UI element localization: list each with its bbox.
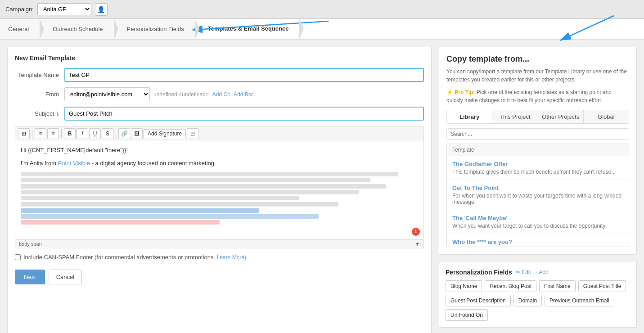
- subject-row: Subject ℹ: [15, 107, 424, 121]
- action-buttons: Next Cancel: [15, 270, 424, 284]
- edit-fields-link[interactable]: ✏ Edit: [516, 269, 531, 275]
- template-item-title-2: Get To The Point: [452, 184, 623, 191]
- step-general[interactable]: General: [0, 19, 40, 39]
- pro-tip: ⚡ Pro Tip: Pick one of the existing temp…: [446, 88, 629, 104]
- toolbar-sep-2: [61, 129, 62, 138]
- template-item[interactable]: Who the **** are you?: [447, 234, 629, 247]
- from-field-group: editor@pointvisible.com undefined <undef…: [64, 87, 424, 101]
- tab-this-project[interactable]: This Project: [492, 110, 538, 123]
- editor-line-2: I'm Anita from Point Visible - a digital…: [21, 159, 418, 168]
- left-panel: New Email Template Template Name From ed…: [7, 47, 432, 333]
- user-icon: 👤: [97, 6, 105, 13]
- template-list[interactable]: Template The Godfather Offer This templa…: [446, 144, 629, 247]
- template-item[interactable]: Get To The Point For when you don't want…: [447, 180, 629, 210]
- editor-blurred-row-1: [21, 172, 418, 182]
- editor-blurred-row-4: [21, 208, 418, 225]
- toolbar-strikethrough-btn[interactable]: S: [102, 128, 113, 139]
- copy-template-desc: You can copy/import a template from our …: [446, 68, 629, 84]
- personalization-fields-section: Personalization Fields ✏ Edit + Add Blog…: [439, 262, 637, 328]
- subject-input[interactable]: [64, 107, 424, 121]
- main-content: New Email Template Template Name From ed…: [0, 40, 644, 333]
- editor-area[interactable]: Hi {{CNT_FIRST_NAME|default:"there"}}! I…: [15, 141, 424, 240]
- campaign-select[interactable]: Anita GP: [37, 3, 91, 15]
- steps-nav: General Outreach Schedule Personalizatio…: [0, 19, 644, 40]
- toolbar-underline-btn[interactable]: U: [89, 128, 101, 139]
- field-tag-guest-post-desc[interactable]: Guest Post Description: [446, 295, 511, 306]
- subject-label: Subject ℹ: [15, 110, 64, 117]
- editor-footer-text: body span: [19, 241, 42, 247]
- step-personalization-fields[interactable]: Personalization Fields: [114, 19, 195, 39]
- step-templates-email-sequence[interactable]: Templates & Email Sequence: [195, 19, 300, 39]
- tab-library[interactable]: Library: [447, 110, 492, 123]
- template-item[interactable]: The 'Call Me Maybe' When you want your t…: [447, 210, 629, 234]
- template-item-title-4: Who the **** are you?: [452, 238, 623, 245]
- toolbar-italic-btn[interactable]: I: [77, 128, 88, 139]
- template-name-label: Template Name: [15, 72, 64, 78]
- tab-other-projects[interactable]: Other Projects: [538, 110, 584, 123]
- editor-toolbar: ⊞ ≡ ≡ B I U S 🔗 🖼 Add Signature ⊟: [15, 126, 424, 141]
- user-icon-button[interactable]: 👤: [95, 3, 108, 16]
- subject-help-icon: ℹ: [57, 111, 59, 117]
- next-button[interactable]: Next: [15, 270, 45, 284]
- top-bar: Campaign: Anita GP 👤: [0, 0, 644, 19]
- cancel-button[interactable]: Cancel: [49, 270, 82, 284]
- template-name-input[interactable]: [64, 68, 424, 82]
- step-outreach-schedule[interactable]: Outreach Schedule: [40, 19, 114, 39]
- spam-row: Include CAN-SPAM Footer (for commercial …: [15, 254, 424, 261]
- from-label: From: [15, 91, 64, 98]
- editor-blurred-row-2: [21, 184, 418, 200]
- toolbar-sep-1: [32, 129, 32, 138]
- toolbar-source-btn[interactable]: ⊞: [18, 128, 30, 139]
- template-col-header: Template: [447, 144, 629, 156]
- toolbar-image-btn[interactable]: 🖼: [131, 128, 143, 139]
- toolbar-link-btn[interactable]: 🔗: [118, 128, 130, 139]
- from-row: From editor@pointvisible.com undefined <…: [15, 87, 424, 101]
- field-tag-prev-outreach[interactable]: Previous Outreach Email: [545, 295, 614, 306]
- toolbar-ul-btn[interactable]: ≡: [47, 128, 59, 139]
- error-badge: 1: [412, 228, 420, 236]
- editor-blurred-row-3: [21, 202, 418, 207]
- editor-link-pointvisible: Point Visible: [58, 160, 90, 166]
- field-tag-domain[interactable]: Domain: [513, 295, 542, 306]
- toolbar-add-signature-btn[interactable]: Add Signature: [144, 129, 186, 138]
- add-cc-link[interactable]: Add Cc: [212, 91, 230, 98]
- personalization-fields-title: Personalization Fields: [446, 269, 512, 276]
- from-select[interactable]: editor@pointvisible.com: [64, 87, 150, 101]
- editor-line-1: Hi {{CNT_FIRST_NAME|default:"there"}}!: [21, 146, 418, 155]
- copy-template-title: Copy template from...: [446, 54, 629, 64]
- from-undefined-text: undefined <undefined>: [153, 91, 209, 98]
- toolbar-bold-btn[interactable]: B: [64, 128, 76, 139]
- template-item-title-1: The Godfather Offer: [452, 161, 623, 167]
- template-item[interactable]: The Godfather Offer This template gives …: [447, 156, 629, 180]
- toolbar-extra-btn[interactable]: ⊟: [187, 128, 198, 139]
- add-fields-link[interactable]: + Add: [535, 269, 549, 275]
- template-item-desc-1: This template gives them so much benefit…: [452, 169, 623, 175]
- field-tag-recent-blog-post[interactable]: Recent Blog Post: [485, 280, 536, 292]
- copy-template-box: Copy template from... You can copy/impor…: [439, 47, 637, 255]
- add-bcc-link[interactable]: Add Bcc: [234, 91, 254, 98]
- field-tag-blog-name[interactable]: Blog Name: [446, 280, 482, 292]
- template-item-desc-3: When you want your target to call you to…: [452, 223, 623, 229]
- personalization-fields-header: Personalization Fields ✏ Edit + Add: [446, 269, 630, 276]
- pro-tip-label: ⚡ Pro Tip:: [446, 89, 475, 95]
- campaign-label: Campaign:: [5, 6, 34, 13]
- error-badge-container: 1: [412, 228, 420, 236]
- template-name-row: Template Name: [15, 68, 424, 82]
- field-tag-url-found-on[interactable]: Url Found On: [446, 309, 488, 321]
- spam-checkbox[interactable]: [15, 254, 21, 260]
- toolbar-ol-btn[interactable]: ≡: [35, 128, 46, 139]
- spam-label: Include CAN-SPAM Footer (for commercial …: [23, 254, 246, 261]
- template-tabs: Library This Project Other Projects Glob…: [446, 110, 629, 124]
- template-item-title-3: The 'Call Me Maybe': [452, 215, 623, 221]
- panel-title: New Email Template: [15, 54, 424, 62]
- field-tag-guest-post-title[interactable]: Guest Post Title: [578, 280, 626, 292]
- right-panel: Copy template from... You can copy/impor…: [439, 47, 637, 333]
- field-tag-first-name[interactable]: First Name: [539, 280, 576, 292]
- editor-footer-resize[interactable]: ▼: [415, 241, 420, 247]
- template-search-input[interactable]: [446, 128, 629, 140]
- personalization-fields-list: Blog Name Recent Blog Post First Name Gu…: [446, 280, 630, 321]
- template-item-desc-2: For when you don't want to waste your ta…: [452, 193, 623, 205]
- tab-global[interactable]: Global: [584, 110, 629, 123]
- toolbar-sep-3: [116, 129, 116, 138]
- learn-more-link[interactable]: Learn More): [217, 254, 246, 261]
